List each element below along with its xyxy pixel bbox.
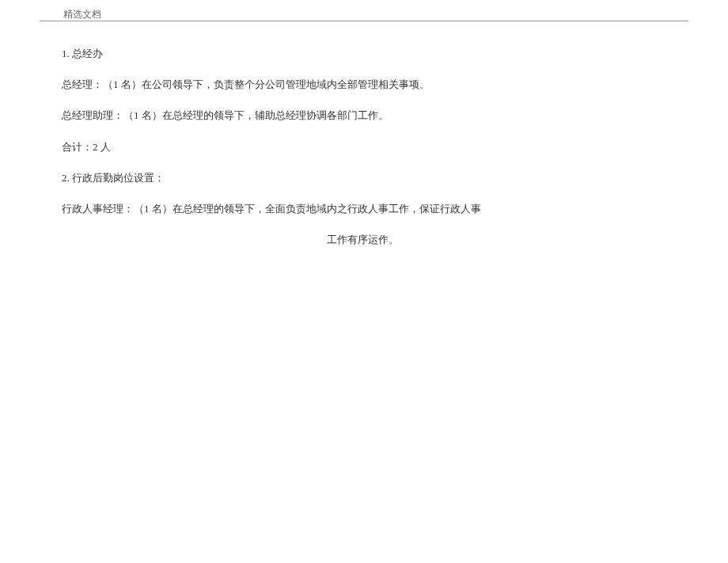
section-1-total: 合计：2 人 xyxy=(62,135,616,159)
gm-assistant-line: 总经理助理：（1 名）在总经理的领导下，辅助总经理协调各部门工作。 xyxy=(62,103,616,127)
header-title: 精选文档 xyxy=(63,9,101,20)
header-divider xyxy=(40,21,688,21)
hr-manager-continuation: 工作有序运作。 xyxy=(109,227,616,252)
document-content: 1. 总经办 总经理：（1 名）在公司领导下，负责整个分公司管理地域内全部管理相… xyxy=(62,41,616,258)
general-manager-line: 总经理：（1 名）在公司领导下，负责整个分公司管理地域内全部管理相关事项。 xyxy=(62,72,616,97)
section-2-title: 2. 行政后勤岗位设置： xyxy=(62,165,616,190)
page-header: 精选文档 xyxy=(63,8,101,21)
section-1-title: 1. 总经办 xyxy=(62,41,616,66)
hr-manager-line: 行政人事经理：（1 名）在总经理的领导下，全面负责地域内之行政人事工作，保证行政… xyxy=(62,196,616,221)
